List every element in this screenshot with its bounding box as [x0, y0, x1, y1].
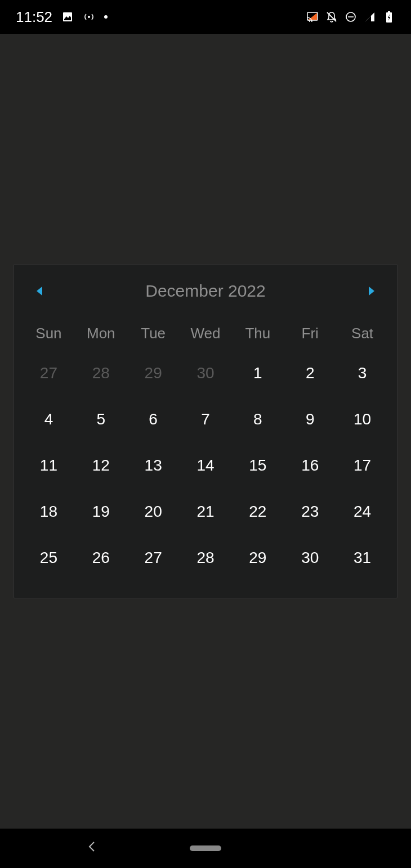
calendar-day[interactable]: 2 — [284, 350, 336, 396]
calendar-day[interactable]: 23 — [284, 489, 336, 535]
status-left: 11:52 — [16, 8, 108, 26]
month-title[interactable]: December 2022 — [145, 281, 265, 301]
weekday-sat: Sat — [336, 316, 388, 350]
hotspot-icon — [83, 11, 95, 23]
calendar-day[interactable]: 11 — [23, 442, 75, 489]
calendar-day[interactable]: 28 — [75, 350, 127, 396]
calendar-day[interactable]: 16 — [284, 442, 336, 489]
calendar-day[interactable]: 1 — [231, 350, 284, 396]
calendar-day[interactable]: 8 — [231, 396, 284, 442]
calendar-day[interactable]: 18 — [23, 489, 75, 535]
weekday-wed: Wed — [180, 316, 232, 350]
cast-icon — [306, 11, 319, 23]
calendar-day[interactable]: 27 — [23, 350, 75, 396]
calendar-day[interactable]: 3 — [336, 350, 388, 396]
nav-bar — [0, 829, 411, 868]
calendar-day[interactable]: 20 — [127, 489, 180, 535]
calendar-row: 11121314151617 — [23, 442, 388, 489]
status-bar: 11:52 — [0, 0, 411, 34]
calendar-day[interactable]: 4 — [23, 396, 75, 442]
calendar-day[interactable]: 10 — [336, 396, 388, 442]
calendar-day[interactable]: 6 — [127, 396, 180, 442]
status-right — [306, 11, 395, 23]
weekday-fri: Fri — [284, 316, 336, 350]
signal-icon — [364, 11, 376, 23]
clock: 11:52 — [16, 8, 52, 26]
calendar-day[interactable]: 26 — [75, 535, 127, 581]
calendar-card: December 2022 Sun Mon Tue Wed Thu Fri Sa… — [14, 264, 397, 598]
calendar-day[interactable]: 12 — [75, 442, 127, 489]
image-icon — [61, 11, 74, 23]
calendar-day[interactable]: 27 — [127, 535, 180, 581]
battery-icon — [383, 11, 395, 23]
calendar-day[interactable]: 29 — [127, 350, 180, 396]
calendar-day[interactable]: 25 — [23, 535, 75, 581]
calendar-day[interactable]: 17 — [336, 442, 388, 489]
weekday-mon: Mon — [75, 316, 127, 350]
calendar-day[interactable]: 31 — [336, 535, 388, 581]
calendar-day[interactable]: 5 — [75, 396, 127, 442]
notifications-off-icon — [325, 11, 338, 23]
calendar-grid: Sun Mon Tue Wed Thu Fri Sat 272829301234… — [23, 316, 388, 581]
home-pill[interactable] — [190, 845, 221, 851]
calendar-day[interactable]: 21 — [180, 489, 232, 535]
calendar-day[interactable]: 29 — [231, 535, 284, 581]
calendar-row: 27282930123 — [23, 350, 388, 396]
calendar-day[interactable]: 15 — [231, 442, 284, 489]
calendar-day[interactable]: 19 — [75, 489, 127, 535]
weekday-tue: Tue — [127, 316, 180, 350]
calendar-day[interactable]: 30 — [180, 350, 232, 396]
svg-point-1 — [88, 16, 90, 18]
next-month-button[interactable] — [369, 287, 374, 296]
calendar-day[interactable]: 24 — [336, 489, 388, 535]
weekday-sun: Sun — [23, 316, 75, 350]
prev-month-button[interactable] — [37, 287, 42, 296]
calendar-row: 25262728293031 — [23, 535, 388, 581]
calendar-day[interactable]: 22 — [231, 489, 284, 535]
calendar-day[interactable]: 7 — [180, 396, 232, 442]
calendar-day[interactable]: 14 — [180, 442, 232, 489]
do-not-disturb-icon — [345, 11, 357, 23]
svg-rect-7 — [388, 11, 390, 13]
calendar-row: 45678910 — [23, 396, 388, 442]
weekday-header-row: Sun Mon Tue Wed Thu Fri Sat — [23, 316, 388, 350]
calendar-day[interactable]: 9 — [284, 396, 336, 442]
calendar-header: December 2022 — [23, 281, 388, 316]
app-content: December 2022 Sun Mon Tue Wed Thu Fri Sa… — [0, 34, 411, 829]
back-button[interactable] — [87, 840, 96, 857]
calendar-day[interactable]: 28 — [180, 535, 232, 581]
calendar-row: 18192021222324 — [23, 489, 388, 535]
calendar-day[interactable]: 13 — [127, 442, 180, 489]
calendar-day[interactable]: 30 — [284, 535, 336, 581]
dot-icon — [104, 15, 108, 19]
weekday-thu: Thu — [231, 316, 284, 350]
